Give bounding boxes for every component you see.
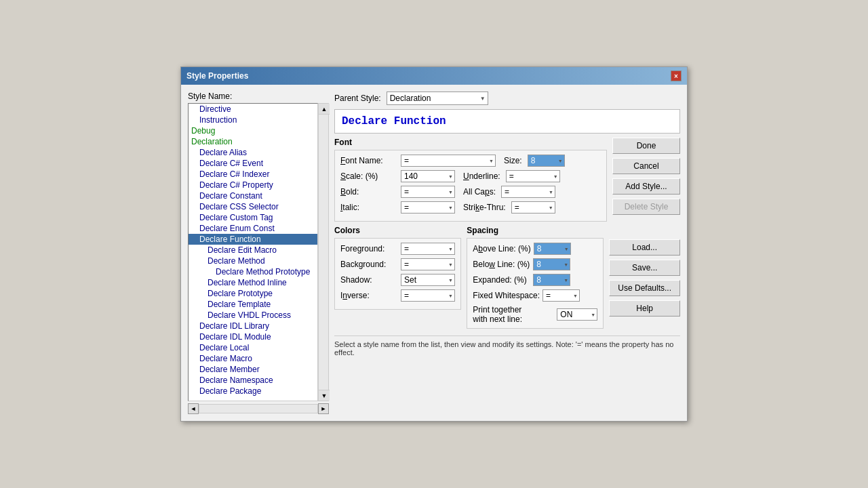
title-bar: Style Properties × [181,67,687,85]
tree-item-declare-method-inline[interactable]: Declare Method Inline [189,277,317,288]
tree-item-declare-csharp-event[interactable]: Declare C# Event [189,158,317,169]
above-line-select-wrapper[interactable]: 8 [534,243,571,255]
tree-item-declare-alias[interactable]: Declare Alias [189,147,317,158]
shadow-select-wrapper[interactable]: Set [401,274,455,286]
tree-item-declare-csharp-indexer[interactable]: Declare C# Indexer [189,169,317,180]
below-line-select-wrapper[interactable]: 8 [533,258,570,270]
help-button[interactable]: Help [609,300,680,317]
background-label: Background: [340,260,398,269]
style-properties-dialog: Style Properties × Style Name: Directive… [180,66,688,422]
size-select-wrapper[interactable]: 8 [528,155,565,167]
tree-item-declare-csharp-property[interactable]: Declare C# Property [189,180,317,190]
dialog-body: Style Name: DirectiveInstructionDebugDec… [181,85,687,421]
tree-item-declare-css-selector[interactable]: Declare CSS Selector [189,201,317,212]
inverse-select[interactable]: = [401,289,455,302]
cancel-button[interactable]: Cancel [612,158,680,174]
print-together-select[interactable]: ON [557,308,597,321]
strike-thru-label: Strike-Thru: [463,203,506,212]
parent-style-select-wrapper[interactable]: Declaration [387,92,488,105]
expanded-select-wrapper[interactable]: 8 [533,274,570,286]
fixed-whitespace-select[interactable]: = [542,289,580,302]
tree-item-declaration[interactable]: Declaration [189,136,317,147]
above-line-label: Above Line: (%) [473,244,530,253]
print-together-row: Print togetherwith next line: ON [473,305,597,324]
close-button[interactable]: × [671,70,682,81]
bottom-note: Select a style name from the list, then … [334,336,680,357]
print-together-label: Print togetherwith next line: [473,305,554,324]
tree-item-instruction[interactable]: Instruction [189,115,317,125]
font-name-select-wrapper[interactable]: = [401,155,496,167]
above-line-row: Above Line: (%) 8 [473,243,597,255]
tree-item-declare-macro[interactable]: Declare Macro [189,353,317,364]
font-name-select[interactable]: = [401,155,496,167]
tree-item-declare-method[interactable]: Declare Method [189,256,317,266]
tree-item-declare-constant[interactable]: Declare Constant [189,190,317,201]
fixed-whitespace-select-wrapper[interactable]: = [542,289,580,302]
style-tree[interactable]: DirectiveInstructionDebugDeclarationDecl… [188,103,318,401]
tree-item-declare-custom-tag[interactable]: Declare Custom Tag [189,212,317,223]
delete-style-button[interactable]: Delete Style [612,199,680,215]
bold-row: Bold: = All Caps: [340,186,601,198]
above-line-select[interactable]: 8 [534,243,571,255]
underline-select-wrapper[interactable]: = [506,170,560,182]
preview-box: Declare Function [334,109,680,134]
foreground-select[interactable]: = [401,243,455,255]
tree-item-debug[interactable]: Debug [189,125,317,136]
tree-item-declare-package[interactable]: Declare Package [189,386,317,396]
scale-row: Scale: (%) 140 Underline: [340,170,601,182]
foreground-label: Foreground: [340,244,398,253]
shadow-row: Shadow: Set [340,274,455,286]
tree-scroll-left[interactable]: ◄ [188,403,199,414]
all-caps-select[interactable]: = [501,186,555,198]
bold-select[interactable]: = [401,186,455,198]
foreground-select-wrapper[interactable]: = [401,243,455,255]
expanded-select[interactable]: 8 [533,274,570,286]
italic-select[interactable]: = [401,201,455,214]
background-select-wrapper[interactable]: = [401,258,455,270]
expanded-row: Expanded: (%) 8 [473,274,597,286]
fixed-whitespace-row: Fixed Whitespace: = [473,289,597,302]
tree-item-declare-member[interactable]: Declare Member [189,364,317,375]
font-section-box: Font Name: = Size: [334,150,607,222]
tree-item-declare-idl-library[interactable]: Declare IDL Library [189,321,317,331]
bold-select-wrapper[interactable]: = [401,186,455,198]
below-line-select[interactable]: 8 [533,258,570,270]
print-together-select-wrapper[interactable]: ON [557,308,597,321]
tree-item-declare-template[interactable]: Declare Template [189,299,317,310]
tree-item-declare-idl-module[interactable]: Declare IDL Module [189,331,317,342]
tree-item-declare-local[interactable]: Declare Local [189,342,317,353]
tree-item-declare-function[interactable]: Declare Function [189,234,317,245]
tree-item-directive[interactable]: Directive [189,104,317,115]
tree-item-declare-enum-const[interactable]: Declare Enum Const [189,223,317,234]
use-defaults-button[interactable]: Use Defaults... [609,280,680,296]
font-section-title: Font [334,138,607,147]
tree-item-declare-edit-macro[interactable]: Declare Edit Macro [189,245,317,256]
tree-item-declare-method-prototype[interactable]: Declare Method Prototype [189,266,317,277]
parent-style-select[interactable]: Declaration [387,92,488,105]
inverse-select-wrapper[interactable]: = [401,289,455,302]
tree-item-declare-namespace[interactable]: Declare Namespace [189,375,317,386]
save-button[interactable]: Save... [609,260,680,276]
all-caps-select-wrapper[interactable]: = [501,186,555,198]
shadow-select[interactable]: Set [401,274,455,286]
tree-scroll-right[interactable]: ► [318,403,329,414]
background-select[interactable]: = [401,258,455,270]
load-button[interactable]: Load... [609,239,680,256]
spacing-section-title: Spacing [467,226,604,235]
tree-scroll-up[interactable]: ▲ [319,104,330,115]
italic-select-wrapper[interactable]: = [401,201,455,214]
scale-select-wrapper[interactable]: 140 [401,170,455,182]
scale-label: Scale: (%) [340,171,398,181]
tree-item-declare-prototype[interactable]: Declare Prototype [189,288,317,299]
add-style-button[interactable]: Add Style... [612,178,680,195]
strike-thru-select[interactable]: = [511,201,555,214]
scale-select[interactable]: 140 [401,170,455,182]
done-button[interactable]: Done [612,138,680,154]
size-select[interactable]: 8 [528,155,565,167]
inverse-label: Inverse: [340,291,398,300]
tree-item-declare-vhdl-process[interactable]: Declare VHDL Process [189,310,317,321]
tree-scroll-down[interactable]: ▼ [319,390,330,401]
parent-style-row: Parent Style: Declaration [334,92,680,105]
underline-select[interactable]: = [506,170,560,182]
strike-thru-select-wrapper[interactable]: = [511,201,555,214]
